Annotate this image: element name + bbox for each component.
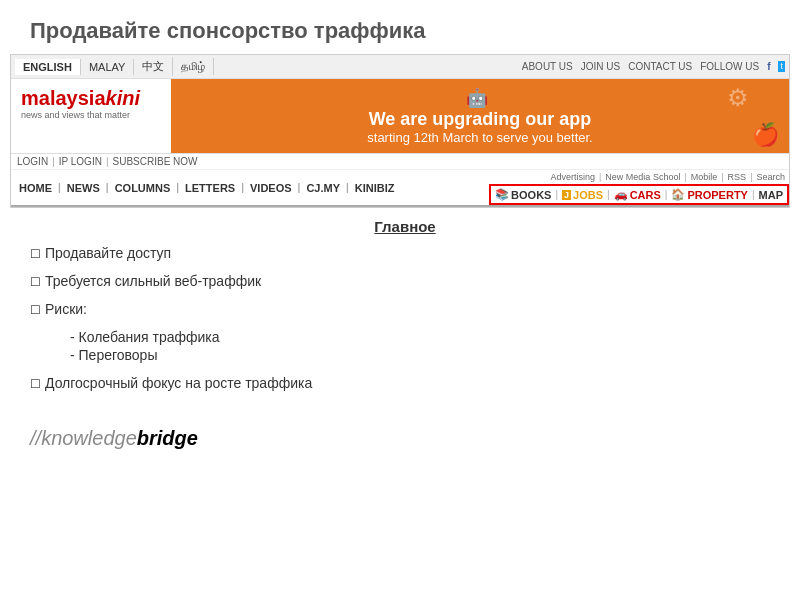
content-heading: Главное [30, 218, 780, 235]
bridge-text: bridge [137, 427, 198, 449]
nav-section: HOME | NEWS | COLUMNS | LETTERS | VIDEOS… [11, 170, 789, 207]
nav-home[interactable]: HOME [15, 182, 56, 194]
content-area: Главное ☐ Продавайте доступ ☐ Требуется … [0, 208, 800, 413]
books-icon: 📚 [495, 188, 509, 201]
bullet-3-text: Риски: [45, 301, 87, 317]
login-bar: LOGIN | IP LOGIN | SUBSCRIBE NOW [11, 154, 789, 170]
search-link[interactable]: Search [756, 172, 785, 182]
banner-subtitle: starting 12th March to serve you better. [367, 130, 592, 145]
rss-link[interactable]: RSS [728, 172, 747, 182]
login-link[interactable]: LOGIN [17, 156, 48, 167]
facebook-icon[interactable]: f [767, 61, 770, 72]
ip-login-link[interactable]: IP LOGIN [59, 156, 102, 167]
android-icon: 🤖 [466, 87, 488, 109]
lang-tamil[interactable]: தமிழ் [173, 58, 214, 75]
lang-english[interactable]: ENGLISH [15, 59, 81, 75]
jobs-service[interactable]: J JOBS [562, 189, 603, 201]
gear-icon: ⚙ [727, 84, 749, 112]
car-icon: 🚗 [614, 188, 628, 201]
bullet-2: ☐ Требуется сильный веб-траффик [30, 273, 780, 289]
jobs-icon: J [562, 190, 571, 200]
service-icons: 📚 BOOKS | J JOBS | 🚗 CARS | 🏠 PROPERTY [489, 184, 789, 205]
sub-item-2: - Переговоры [70, 347, 780, 363]
books-service[interactable]: 📚 BOOKS [495, 188, 551, 201]
nav-columns[interactable]: COLUMNS [111, 182, 175, 194]
banner-area: 🤖 We are upgrading our app starting 12th… [171, 79, 789, 153]
right-panel: Advertising | New Media School | Mobile … [489, 170, 789, 205]
twitter-icon[interactable]: t [778, 61, 785, 72]
mobile-link[interactable]: Mobile [691, 172, 718, 182]
bullet-2-text: Требуется сильный веб-траффик [45, 273, 261, 289]
bullet-4: ☐ Долгосрочный фокус на росте траффика [30, 375, 780, 391]
about-us-link[interactable]: ABOUT US [522, 61, 573, 72]
sub-items: - Колебания траффика - Переговоры [70, 329, 780, 363]
bullet-3: ☐ Риски: [30, 301, 780, 317]
bullet-1-text: Продавайте доступ [45, 245, 171, 261]
top-links: Advertising | New Media School | Mobile … [546, 170, 789, 184]
nav-cjmy[interactable]: CJ.MY [302, 182, 344, 194]
checkbox-icon-4: ☐ [30, 377, 41, 391]
logo-area: malaysiakini news and views that matter [11, 79, 171, 153]
join-us-link[interactable]: JOIN US [581, 61, 620, 72]
lang-bar: ENGLISH MALAY 中文 தமிழ் ABOUT US JOIN US … [11, 55, 789, 79]
checkbox-icon-1: ☐ [30, 247, 41, 261]
property-service[interactable]: 🏠 PROPERTY [671, 188, 748, 201]
checkbox-icon-3: ☐ [30, 303, 41, 317]
logo-tagline: news and views that matter [21, 110, 161, 120]
site-logo[interactable]: malaysiakini [21, 87, 161, 110]
lang-chinese[interactable]: 中文 [134, 57, 173, 76]
lang-right-links: ABOUT US JOIN US CONTACT US FOLLOW US f … [522, 61, 785, 72]
bullet-1: ☐ Продавайте доступ [30, 245, 780, 261]
nav-videos[interactable]: VIDEOS [246, 182, 296, 194]
nav-letters[interactable]: LETTERS [181, 182, 239, 194]
sub-item-1: - Колебания траффика [70, 329, 780, 345]
bullet-4-text: Долгосрочный фокус на росте траффика [45, 375, 312, 391]
media-school-link[interactable]: New Media School [605, 172, 680, 182]
subscribe-link[interactable]: SUBSCRIBE NOW [113, 156, 198, 167]
website-container: ENGLISH MALAY 中文 தமிழ் ABOUT US JOIN US … [10, 54, 790, 208]
lang-malay[interactable]: MALAY [81, 59, 134, 75]
nav-news[interactable]: NEWS [63, 182, 104, 194]
contact-us-link[interactable]: CONTACT US [628, 61, 692, 72]
nav-kinibiz[interactable]: KINIBIZ [351, 182, 399, 194]
map-service[interactable]: MAP [759, 189, 783, 201]
advertising-link[interactable]: Advertising [550, 172, 595, 182]
follow-us-link[interactable]: FOLLOW US [700, 61, 759, 72]
footer-brand: //knowledgebridge [0, 413, 800, 464]
main-nav: HOME | NEWS | COLUMNS | LETTERS | VIDEOS… [11, 170, 489, 205]
slash-prefix: // [30, 427, 41, 449]
banner-title: We are upgrading our app [369, 109, 592, 130]
page-title: Продавайте спонсорство траффика [0, 0, 800, 54]
knowledge-text: knowledge [41, 427, 137, 449]
property-icon: 🏠 [671, 188, 685, 201]
checkbox-icon-2: ☐ [30, 275, 41, 289]
cars-service[interactable]: 🚗 CARS [614, 188, 661, 201]
header-area: malaysiakini news and views that matter … [11, 79, 789, 154]
apple-icon: 🍎 [752, 122, 779, 148]
